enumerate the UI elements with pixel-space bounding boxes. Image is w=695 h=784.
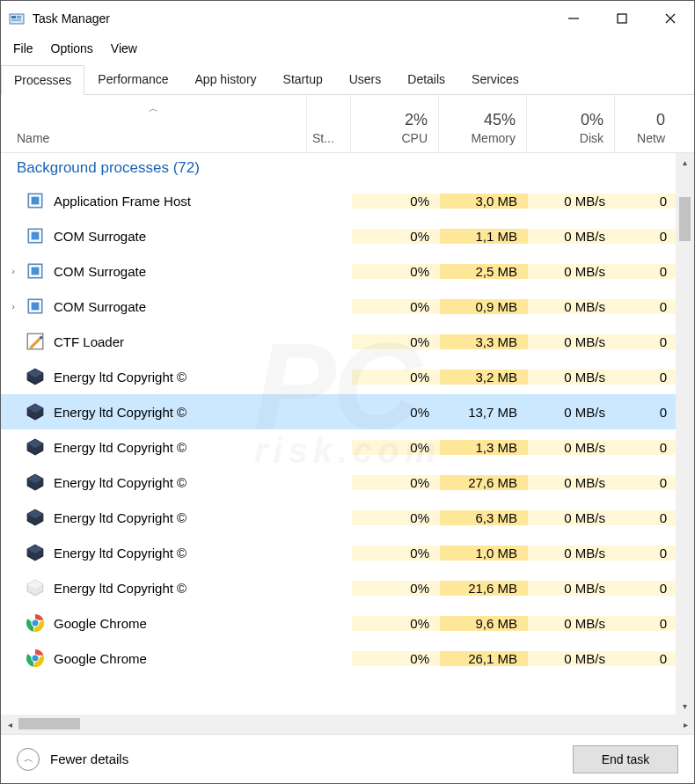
process-cpu: 0% [352,370,440,385]
header-name-label: Name [17,131,297,145]
svg-rect-2 [17,16,21,18]
scroll-right-icon[interactable]: ▸ [677,714,694,734]
process-memory: 21,6 MB [440,581,528,596]
process-network: 0 [616,229,677,244]
end-task-button[interactable]: End task [573,745,678,773]
process-cpu: 0% [352,440,440,455]
header-network-value: 0 [656,111,665,129]
process-network: 0 [616,405,677,420]
hscroll-thumb[interactable] [18,718,80,729]
header-network[interactable]: 0 Netw [614,95,676,152]
process-row[interactable]: ›COM Surrogate0%2,5 MB0 MB/s0 [1,253,694,289]
process-disk: 0 MB/s [528,546,616,561]
process-cpu: 0% [352,334,440,349]
header-status[interactable]: St... [306,95,350,152]
tab-processes[interactable]: Processes [1,65,84,95]
process-icon [26,437,45,457]
menubar: File Options View [1,36,694,61]
process-row[interactable]: Energy ltd Copyright ©0%1,0 MB0 MB/s0 [1,535,694,570]
process-row[interactable]: Google Chrome0%9,6 MB0 MB/s0 [1,605,694,641]
scroll-left-icon[interactable]: ◂ [1,714,18,734]
process-list: Background processes (72)Application Fra… [1,153,694,714]
expand-icon[interactable]: › [1,266,26,276]
header-memory[interactable]: 45% Memory [438,95,526,152]
horizontal-scrollbar[interactable]: ◂ ▸ [1,714,694,734]
scroll-thumb[interactable] [679,197,691,241]
process-memory: 0,9 MB [440,299,528,314]
window-title: Task Manager [33,11,110,26]
task-manager-window: Task Manager File Options View Processes… [0,0,695,784]
process-disk: 0 MB/s [528,475,616,490]
process-name: Energy ltd Copyright © [54,475,308,490]
process-disk: 0 MB/s [528,616,616,631]
process-disk: 0 MB/s [528,194,616,209]
process-row[interactable]: Energy ltd Copyright ©0%27,6 MB0 MB/s0 [1,465,694,500]
menu-view[interactable]: View [102,38,146,59]
group-header-background-processes[interactable]: Background processes (72) [1,153,694,183]
header-name[interactable]: ︿ Name [1,95,306,152]
app-icon [8,10,26,27]
process-name: Google Chrome [54,616,308,631]
process-icon [26,648,45,668]
tab-startup[interactable]: Startup [270,64,336,94]
process-row[interactable]: Energy ltd Copyright ©0%13,7 MB0 MB/s0 [1,394,694,429]
process-row[interactable]: Energy ltd Copyright ©0%21,6 MB0 MB/s0 [1,570,694,605]
header-cpu[interactable]: 2% CPU [350,95,438,152]
minimize-button[interactable] [549,1,597,36]
menu-file[interactable]: File [4,38,42,59]
tab-details[interactable]: Details [394,64,458,94]
process-name: Application Frame Host [54,194,308,209]
process-memory: 3,0 MB [440,194,528,209]
header-cpu-label: CPU [401,131,428,145]
tab-services[interactable]: Services [458,64,532,94]
process-memory: 1,1 MB [440,229,528,244]
menu-options[interactable]: Options [42,38,102,59]
process-memory: 3,3 MB [440,334,528,349]
vertical-scrollbar[interactable]: ▴ ▾ [676,153,694,714]
svg-rect-5 [618,14,626,23]
process-row[interactable]: Application Frame Host0%3,0 MB0 MB/s0 [1,183,694,218]
titlebar: Task Manager [1,1,694,36]
header-cpu-value: 2% [405,111,428,129]
fewer-details-label: Fewer details [50,751,128,766]
header-memory-label: Memory [471,131,516,145]
svg-rect-3 [11,19,21,21]
maximize-button[interactable] [597,1,646,36]
fewer-details-button[interactable]: ︿ Fewer details [17,748,128,771]
process-row[interactable]: Energy ltd Copyright ©0%1,3 MB0 MB/s0 [1,429,694,465]
process-cpu: 0% [352,546,440,561]
process-cpu: 0% [352,405,440,420]
svg-rect-9 [32,197,40,205]
header-disk[interactable]: 0% Disk [526,95,614,152]
process-cpu: 0% [352,581,440,596]
process-name: Energy ltd Copyright © [54,405,308,420]
svg-rect-11 [32,232,40,240]
process-row[interactable]: Google Chrome0%26,1 MB0 MB/s0 [1,641,694,676]
process-cpu: 0% [352,299,440,314]
scroll-down-icon[interactable]: ▾ [676,697,694,714]
process-row[interactable]: Energy ltd Copyright ©0%3,2 MB0 MB/s0 [1,359,694,394]
tab-app-history[interactable]: App history [182,64,270,94]
process-disk: 0 MB/s [528,510,616,525]
process-memory: 1,3 MB [440,440,528,455]
tabbar: Processes Performance App history Startu… [1,61,694,95]
process-row[interactable]: Energy ltd Copyright ©0%6,3 MB0 MB/s0 [1,500,694,535]
process-row[interactable]: COM Surrogate0%1,1 MB0 MB/s0 [1,218,694,253]
svg-point-36 [32,655,38,661]
process-name: Google Chrome [54,651,308,666]
process-row[interactable]: CTF Loader0%3,3 MB0 MB/s0 [1,324,694,359]
process-memory: 9,6 MB [440,616,528,631]
process-disk: 0 MB/s [528,334,616,349]
svg-rect-0 [10,14,24,24]
tab-users[interactable]: Users [336,64,395,94]
process-memory: 27,6 MB [440,475,528,490]
expand-icon[interactable]: › [1,301,26,311]
sort-indicator-icon: ︿ [149,102,158,115]
scroll-up-icon[interactable]: ▴ [676,153,694,171]
process-cpu: 0% [352,651,440,666]
process-icon [26,543,45,562]
tab-performance[interactable]: Performance [84,64,181,94]
process-network: 0 [616,616,677,631]
process-row[interactable]: ›COM Surrogate0%0,9 MB0 MB/s0 [1,289,694,324]
close-button[interactable] [646,1,694,36]
